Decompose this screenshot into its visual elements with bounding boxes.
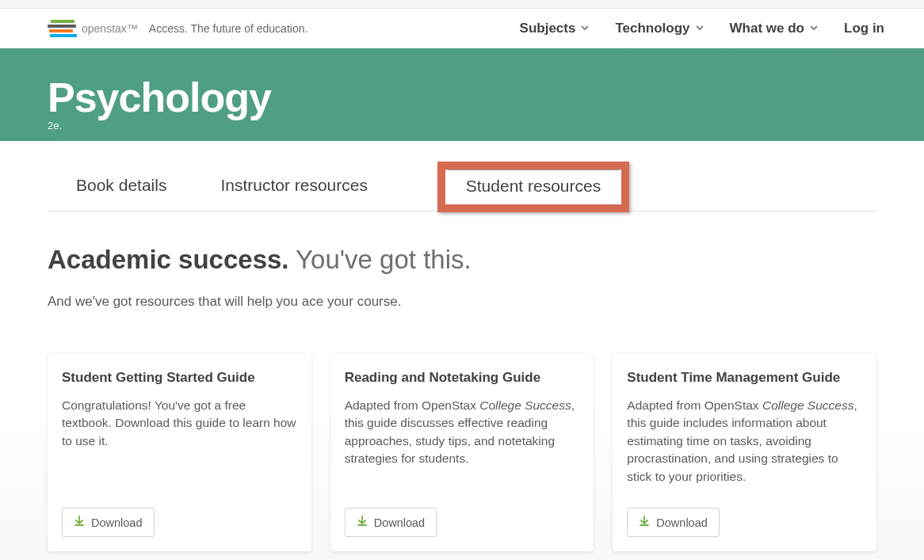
tabs-container: Book details Instructor resources Studen… bbox=[0, 141, 924, 211]
nav-label: Subjects bbox=[520, 21, 576, 36]
tab-instructor-resources[interactable]: Instructor resources bbox=[220, 176, 368, 211]
resource-cards: Student Getting Started Guide Congratula… bbox=[48, 354, 876, 551]
download-button[interactable]: Download bbox=[62, 508, 155, 537]
download-icon bbox=[357, 516, 368, 529]
chevron-down-icon bbox=[809, 23, 819, 35]
page-subtitle: 2e. bbox=[48, 120, 876, 131]
chevron-down-icon bbox=[580, 23, 590, 35]
download-icon bbox=[639, 516, 650, 529]
content-section: Academic success. You've got this. And w… bbox=[0, 211, 924, 551]
logo-text: openstax™ bbox=[82, 22, 138, 35]
button-label: Download bbox=[91, 516, 143, 529]
card-desc: Adapted from OpenStax College Success, t… bbox=[627, 397, 862, 486]
heading-bold: Academic success. bbox=[48, 245, 289, 274]
tab-label: Student resources bbox=[466, 177, 601, 196]
card-title: Student Getting Started Guide bbox=[62, 370, 297, 386]
top-bar bbox=[0, 0, 924, 9]
nav-label: Technology bbox=[615, 21, 689, 36]
nav-label: What we do bbox=[730, 21, 804, 36]
logo[interactable]: openstax™ bbox=[48, 20, 138, 37]
header-left: openstax™ Access. The future of educatio… bbox=[48, 20, 307, 37]
card-title: Reading and Notetaking Guide bbox=[345, 370, 580, 386]
download-button[interactable]: Download bbox=[627, 508, 720, 537]
download-button[interactable]: Download bbox=[345, 508, 437, 537]
main-content: Book details Instructor resources Studen… bbox=[0, 141, 924, 560]
nav-technology[interactable]: Technology bbox=[615, 21, 704, 36]
tabs: Book details Instructor resources Studen… bbox=[48, 176, 876, 211]
button-label: Download bbox=[374, 516, 426, 529]
heading-rest: You've got this. bbox=[289, 245, 472, 274]
section-subtext: And we've got resources that will help y… bbox=[48, 294, 876, 310]
card-title: Student Time Management Guide bbox=[627, 370, 862, 386]
tab-student-resources[interactable]: Student resources bbox=[447, 170, 620, 201]
card-desc: Adapted from OpenStax College Success, t… bbox=[345, 397, 580, 486]
nav-login[interactable]: Log in bbox=[844, 21, 884, 36]
chevron-down-icon bbox=[695, 23, 704, 35]
card-desc: Congratulations! You've got a free textb… bbox=[62, 397, 297, 486]
download-icon bbox=[74, 516, 85, 529]
tagline: Access. The future of education. bbox=[149, 22, 308, 35]
button-label: Download bbox=[656, 516, 708, 529]
section-heading: Academic success. You've got this. bbox=[48, 245, 876, 275]
card-reading-notetaking: Reading and Notetaking Guide Adapted fro… bbox=[330, 354, 594, 551]
nav-label: Log in bbox=[844, 21, 884, 36]
card-getting-started: Student Getting Started Guide Congratula… bbox=[48, 354, 311, 551]
tab-book-details[interactable]: Book details bbox=[76, 176, 166, 211]
card-time-management: Student Time Management Guide Adapted fr… bbox=[613, 354, 876, 551]
site-header: openstax™ Access. The future of educatio… bbox=[0, 9, 924, 48]
page-title: Psychology bbox=[48, 77, 876, 118]
logo-icon bbox=[48, 20, 77, 37]
nav-what-we-do[interactable]: What we do bbox=[730, 21, 819, 36]
hero-banner: Psychology 2e. bbox=[0, 48, 924, 141]
main-nav: Subjects Technology What we do Log in bbox=[520, 21, 884, 36]
nav-subjects[interactable]: Subjects bbox=[520, 21, 590, 36]
